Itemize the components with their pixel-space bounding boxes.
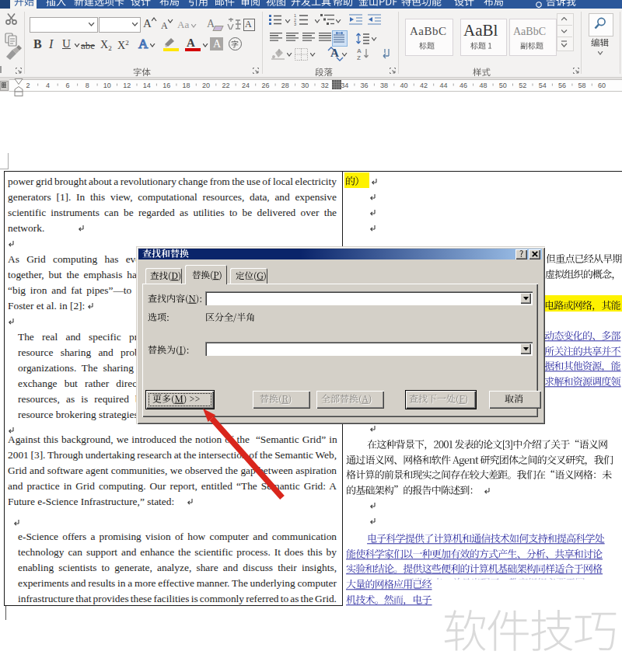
svg-text:38: 38 <box>380 82 388 89</box>
svg-text:20: 20 <box>202 82 210 89</box>
svg-text:22: 22 <box>222 82 229 89</box>
svg-text:48: 48 <box>479 82 487 89</box>
svg-text:42: 42 <box>420 82 428 89</box>
svg-text:30: 30 <box>301 82 309 89</box>
svg-text:14: 14 <box>143 82 151 89</box>
svg-text:50: 50 <box>499 82 507 89</box>
svg-text:44: 44 <box>439 82 447 89</box>
svg-text:40: 40 <box>400 82 407 89</box>
svg-text:10: 10 <box>103 82 111 89</box>
svg-text:32: 32 <box>321 82 329 89</box>
svg-text:54: 54 <box>539 82 547 89</box>
svg-text:26: 26 <box>261 82 269 89</box>
svg-text:18: 18 <box>183 82 190 89</box>
svg-text:58: 58 <box>578 82 586 89</box>
svg-text:24: 24 <box>242 82 250 89</box>
svg-text:8: 8 <box>86 82 89 89</box>
svg-text:28: 28 <box>281 82 289 89</box>
svg-text:36: 36 <box>361 82 369 89</box>
svg-text:60: 60 <box>598 82 606 89</box>
svg-text:52: 52 <box>519 82 526 89</box>
svg-text:56: 56 <box>558 82 566 89</box>
svg-text:2: 2 <box>26 82 30 89</box>
svg-text:34: 34 <box>341 82 348 89</box>
svg-text:46: 46 <box>460 82 467 89</box>
svg-text:6: 6 <box>65 82 69 89</box>
svg-text:4: 4 <box>46 82 50 89</box>
svg-text:12: 12 <box>123 82 131 89</box>
svg-text:16: 16 <box>162 82 170 89</box>
